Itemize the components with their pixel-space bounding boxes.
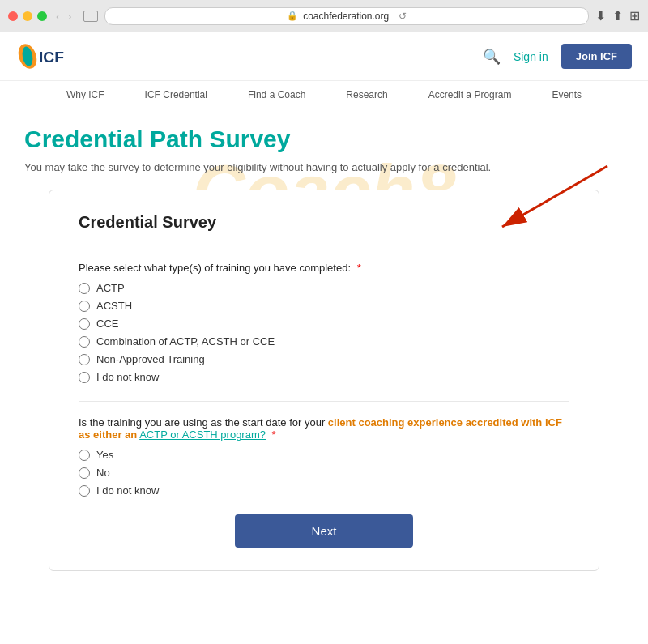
icf-logo-svg: ICF (16, 41, 73, 73)
question-block-1: Please select what type(s) of training y… (79, 262, 569, 383)
search-button[interactable]: 🔍 (483, 48, 501, 66)
maximize-button[interactable] (37, 11, 47, 21)
download-icon[interactable]: ⬇ (595, 8, 606, 23)
tab-icon (83, 11, 98, 22)
nav-research[interactable]: Research (346, 89, 387, 100)
site-header: ICF 🔍 Sign in Join ICF (0, 32, 648, 81)
radio-no[interactable] (79, 467, 90, 479)
option-yes[interactable]: Yes (79, 449, 569, 461)
question1-options: ACTP ACSTH CCE Combination of ACTP, ACST… (79, 282, 569, 383)
radio-yes[interactable] (79, 450, 90, 461)
option-dont-know-q2[interactable]: I do not know (79, 484, 569, 497)
back-button[interactable]: ‹ (53, 10, 62, 23)
reload-icon[interactable]: ↺ (399, 11, 407, 22)
radio-combination[interactable] (79, 336, 90, 348)
option-non-approved[interactable]: Non-Approved Training (79, 353, 569, 365)
option-actp[interactable]: ACTP (79, 282, 569, 294)
required-star1: * (357, 262, 361, 274)
share-icon[interactable]: ⬆ (612, 8, 623, 23)
main-nav: Why ICF ICF Credential Find a Coach Rese… (0, 81, 648, 109)
svg-text:ICF: ICF (39, 48, 64, 65)
logo[interactable]: ICF (16, 41, 73, 73)
address-bar[interactable]: 🔒 coachfederation.org ↺ (104, 7, 589, 25)
more-icon[interactable]: ⊞ (629, 8, 640, 23)
nav-find-coach[interactable]: Find a Coach (248, 89, 305, 100)
option-acsth[interactable]: ACSTH (79, 300, 569, 312)
radio-acsth[interactable] (79, 301, 90, 312)
lock-icon: 🔒 (287, 11, 298, 21)
traffic-lights (8, 11, 47, 21)
forward-button[interactable]: › (66, 10, 75, 23)
option-combination[interactable]: Combination of ACTP, ACSTH or CCE (79, 335, 569, 348)
toolbar-icons: ⬇ ⬆ ⊞ (595, 8, 640, 23)
nav-events[interactable]: Events (552, 89, 582, 100)
page-content: Coach8 教练吧．cn Coach8 教练吧．cn Credential P… (0, 109, 648, 587)
question-divider (79, 401, 569, 402)
question2-options: Yes No I do not know (79, 449, 569, 497)
question-block-2: Is the training you are using as the sta… (79, 416, 569, 497)
radio-cce[interactable] (79, 318, 90, 330)
radio-actp[interactable] (79, 283, 90, 294)
page-title: Credential Path Survey (24, 126, 624, 153)
website: ICF 🔍 Sign in Join ICF Why ICF ICF Crede… (0, 32, 648, 587)
join-button[interactable]: Join ICF (561, 44, 632, 69)
required-star2: * (272, 429, 276, 441)
radio-dont-know-q2[interactable] (79, 485, 90, 497)
option-cce[interactable]: CCE (79, 318, 569, 330)
nav-accredit[interactable]: Accredit a Program (428, 89, 512, 100)
question2-label: Is the training you are using as the sta… (79, 416, 569, 441)
browser-chrome: ‹ › 🔒 coachfederation.org ↺ ⬇ ⬆ ⊞ (0, 0, 648, 32)
header-actions: 🔍 Sign in Join ICF (483, 44, 632, 69)
sign-in-link[interactable]: Sign in (514, 50, 548, 63)
close-button[interactable] (8, 11, 18, 21)
option-no[interactable]: No (79, 467, 569, 479)
option-dont-know-q1[interactable]: I do not know (79, 371, 569, 383)
nav-arrows: ‹ › (53, 10, 74, 23)
nav-icf-credential[interactable]: ICF Credential (145, 89, 207, 100)
next-button[interactable]: Next (235, 514, 413, 548)
radio-non-approved[interactable] (79, 354, 90, 365)
annotation-arrow (454, 158, 616, 255)
radio-dont-know-q1[interactable] (79, 372, 90, 383)
question1-label: Please select what type(s) of training y… (79, 262, 569, 274)
url-text: coachfederation.org (303, 11, 389, 22)
svg-line-4 (502, 166, 608, 227)
nav-why-icf[interactable]: Why ICF (66, 89, 104, 100)
minimize-button[interactable] (23, 11, 32, 21)
